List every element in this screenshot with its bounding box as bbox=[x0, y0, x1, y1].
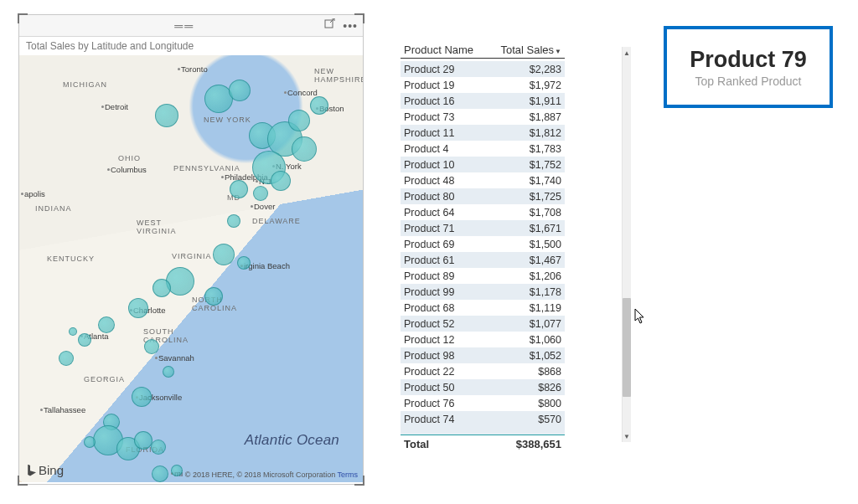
cell-name: Product 50 bbox=[401, 382, 497, 393]
cell-name: Product 76 bbox=[401, 398, 497, 409]
data-bubble[interactable] bbox=[98, 316, 115, 333]
data-bubble[interactable] bbox=[84, 436, 96, 448]
visual-header[interactable]: ══ ••• bbox=[19, 15, 363, 37]
scroll-down-arrow-icon[interactable]: ▼ bbox=[623, 430, 631, 442]
cell-name: Product 69 bbox=[401, 239, 497, 250]
table-row[interactable]: Product 22$868 bbox=[401, 363, 565, 379]
table-row[interactable]: Product 89$1,206 bbox=[401, 268, 565, 284]
table-row[interactable]: Product 52$1,077 bbox=[401, 316, 565, 332]
table-row[interactable]: Product 76$800 bbox=[401, 395, 565, 411]
table-row[interactable]: Product 99$1,178 bbox=[401, 284, 565, 300]
table-row[interactable]: Product 29$2,283 bbox=[401, 61, 565, 77]
table-row[interactable]: Product 11$1,812 bbox=[401, 125, 565, 141]
data-bubble[interactable] bbox=[227, 214, 240, 228]
data-bubble[interactable] bbox=[59, 351, 74, 366]
city-label: Toronto bbox=[181, 64, 208, 74]
data-bubble[interactable] bbox=[171, 465, 183, 476]
header-total-sales[interactable]: Total Sales▼ bbox=[497, 44, 565, 56]
data-bubble[interactable] bbox=[155, 104, 178, 127]
header-product-name[interactable]: Product Name bbox=[401, 44, 497, 56]
data-bubble[interactable] bbox=[310, 96, 328, 115]
data-bubble[interactable] bbox=[253, 186, 268, 201]
sort-desc-icon: ▼ bbox=[555, 48, 561, 55]
cell-value: $1,500 bbox=[497, 239, 565, 250]
state-label: VIRGINIA bbox=[172, 252, 212, 260]
table-total-row: Total $388,651 bbox=[401, 435, 565, 450]
table-row[interactable]: Product 73$1,887 bbox=[401, 109, 565, 125]
cell-value: $2,283 bbox=[497, 64, 565, 75]
cell-value: $826 bbox=[497, 382, 565, 393]
cell-value: $1,812 bbox=[497, 127, 565, 139]
cell-value: $1,052 bbox=[497, 350, 565, 362]
terms-link[interactable]: Terms bbox=[338, 471, 359, 479]
cell-value: $1,671 bbox=[497, 223, 565, 234]
cell-value: $1,752 bbox=[497, 159, 565, 171]
table-row[interactable]: Product 4$1,783 bbox=[401, 141, 565, 157]
table-row[interactable]: Product 50$826 bbox=[401, 379, 565, 395]
state-label: MICHIGAN bbox=[63, 80, 107, 89]
table-row[interactable]: Product 71$1,671 bbox=[401, 220, 565, 236]
sales-table[interactable]: Product Name Total Sales▼ Product 29$2,2… bbox=[401, 44, 565, 450]
data-bubble[interactable] bbox=[69, 327, 77, 336]
cell-value: $1,060 bbox=[497, 334, 565, 346]
data-bubble[interactable] bbox=[271, 171, 291, 191]
map-visual[interactable]: ══ ••• Total Sales by Latitude and Longi… bbox=[18, 14, 364, 485]
cell-name: Product 29 bbox=[401, 64, 497, 75]
data-bubble[interactable] bbox=[128, 298, 148, 318]
table-row[interactable]: Product 48$1,740 bbox=[401, 172, 565, 188]
data-bubble[interactable] bbox=[288, 110, 310, 131]
kpi-card[interactable]: Product 79 Top Ranked Product bbox=[664, 26, 833, 108]
cell-name: Product 12 bbox=[401, 334, 497, 346]
scroll-thumb[interactable] bbox=[623, 298, 631, 397]
state-label: OHIO bbox=[118, 154, 141, 162]
data-bubble[interactable] bbox=[163, 366, 174, 378]
data-bubble[interactable] bbox=[237, 256, 251, 270]
table-row[interactable]: Product 98$1,052 bbox=[401, 347, 565, 363]
data-bubble[interactable] bbox=[213, 244, 235, 265]
cell-name: Product 73 bbox=[401, 111, 497, 123]
data-bubble[interactable] bbox=[152, 465, 168, 482]
data-bubble[interactable] bbox=[78, 333, 91, 347]
cell-name: Product 71 bbox=[401, 223, 497, 234]
focus-mode-icon[interactable] bbox=[324, 18, 336, 33]
table-row[interactable]: Product 74$570 bbox=[401, 411, 565, 427]
data-bubble[interactable] bbox=[151, 440, 166, 455]
total-label: Total bbox=[401, 438, 497, 450]
state-label: NEW YORK bbox=[204, 116, 251, 124]
table-row[interactable]: Product 80$1,725 bbox=[401, 188, 565, 204]
kpi-label: Top Ranked Product bbox=[695, 75, 802, 88]
cell-value: $868 bbox=[497, 366, 565, 378]
cell-value: $1,783 bbox=[497, 143, 565, 155]
table-row[interactable]: Product 10$1,752 bbox=[401, 157, 565, 172]
data-bubble[interactable] bbox=[229, 80, 251, 101]
data-bubble[interactable] bbox=[230, 180, 248, 198]
cell-value: $1,178 bbox=[497, 286, 565, 298]
table-row[interactable]: Product 68$1,119 bbox=[401, 300, 565, 316]
table-row[interactable]: Product 16$1,911 bbox=[401, 93, 565, 109]
data-bubble[interactable] bbox=[132, 387, 152, 407]
resize-handle-tl[interactable] bbox=[18, 13, 28, 23]
table-scrollbar[interactable]: ▲ ▼ bbox=[622, 47, 631, 442]
table-header: Product Name Total Sales▼ bbox=[401, 44, 565, 59]
table-row[interactable]: Product 69$1,500 bbox=[401, 236, 565, 252]
map-canvas[interactable]: Atlantic Ocean Bing © 2018 HERE, © 2018 … bbox=[19, 55, 363, 482]
data-bubble[interactable] bbox=[292, 136, 317, 162]
drag-handle-icon[interactable]: ══ bbox=[44, 19, 324, 33]
data-bubble[interactable] bbox=[134, 431, 152, 450]
scroll-up-arrow-icon[interactable]: ▲ bbox=[623, 47, 631, 59]
table-row[interactable]: Product 12$1,060 bbox=[401, 332, 565, 347]
cell-value: $1,708 bbox=[497, 207, 565, 219]
table-row[interactable]: Product 61$1,467 bbox=[401, 252, 565, 268]
data-bubble[interactable] bbox=[204, 287, 223, 306]
city-label: Columbus bbox=[111, 165, 147, 174]
data-bubble[interactable] bbox=[152, 279, 171, 297]
resize-handle-tr[interactable] bbox=[354, 13, 364, 23]
cell-name: Product 99 bbox=[401, 286, 497, 298]
table-row[interactable]: Product 19$1,972 bbox=[401, 77, 565, 93]
data-bubble[interactable] bbox=[144, 339, 159, 354]
city-label: Tallahassee bbox=[44, 405, 85, 414]
cell-name: Product 68 bbox=[401, 302, 497, 314]
cell-name: Product 89 bbox=[401, 270, 497, 282]
table-row[interactable]: Product 64$1,708 bbox=[401, 204, 565, 220]
table-row[interactable] bbox=[401, 427, 565, 435]
